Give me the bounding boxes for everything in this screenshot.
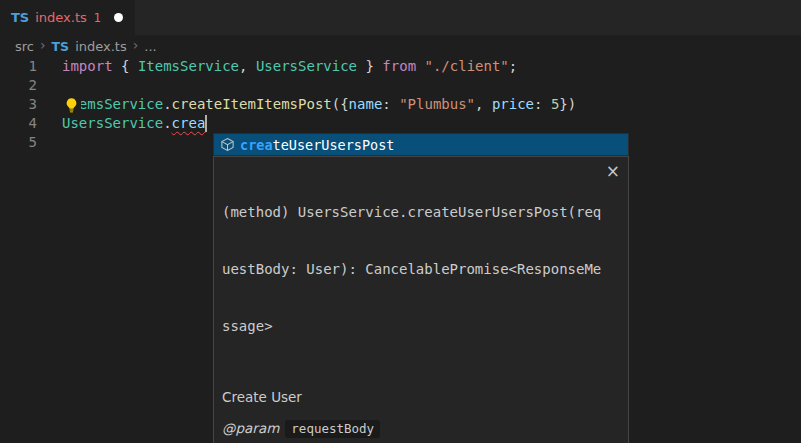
breadcrumb: src › TS index.ts › ...: [0, 35, 801, 57]
close-icon[interactable]: ×: [606, 163, 620, 180]
method-symbol-icon: [220, 137, 235, 152]
param-name-chip: requestBody: [285, 420, 380, 438]
tab-bar: TS index.ts 1: [0, 0, 801, 35]
suggestion-match-text: crea: [240, 137, 273, 153]
breadcrumb-symbol-ellipsis[interactable]: ...: [144, 39, 156, 54]
suggestion-rest-text: teUserUsersPost: [273, 137, 395, 153]
suggestion-docs-panel: × (method) UsersService.createUserUsersP…: [213, 156, 629, 443]
line-number: 3: [0, 95, 37, 114]
doc-param-line: @paramrequestBody: [222, 419, 620, 438]
chevron-right-icon: ›: [40, 38, 46, 52]
param-tag: @param: [222, 420, 279, 436]
modified-dot-icon[interactable]: [114, 13, 123, 22]
intellisense-popup: createUserUsersPost × (method) UsersServ…: [213, 133, 629, 443]
breadcrumb-filename[interactable]: index.ts: [75, 39, 127, 54]
text-cursor: [205, 115, 207, 132]
code-line: 4 UsersService.crea: [0, 114, 801, 133]
typescript-file-icon: TS: [52, 39, 70, 54]
line-number: 1: [0, 57, 37, 76]
tab-filename: index.ts: [35, 10, 87, 25]
method-signature: (method) UsersService.createUserUsersPos…: [222, 165, 620, 374]
code-line: 1 import { ItemsService, UsersService } …: [0, 57, 801, 76]
breadcrumb-folder[interactable]: src: [15, 39, 34, 54]
lightbulb-icon[interactable]: [63, 97, 81, 114]
line-number: 2: [0, 76, 37, 95]
tab-error-count: 1: [94, 11, 101, 25]
code-line: 2: [0, 76, 801, 95]
vscode-window: TS index.ts 1 src › TS index.ts › ... 1 …: [0, 0, 801, 443]
suggestion-item-createUserUsersPost[interactable]: createUserUsersPost: [213, 133, 629, 156]
line-number: 4: [0, 114, 37, 133]
code-line: 3 ItemsService.createItemItemsPost({name…: [0, 95, 801, 114]
tab-index-ts[interactable]: TS index.ts 1: [0, 0, 135, 35]
chevron-right-icon: ›: [133, 38, 139, 52]
line-number: 5: [0, 133, 37, 152]
doc-summary: Create User: [222, 388, 620, 407]
typescript-file-icon: TS: [11, 10, 29, 25]
